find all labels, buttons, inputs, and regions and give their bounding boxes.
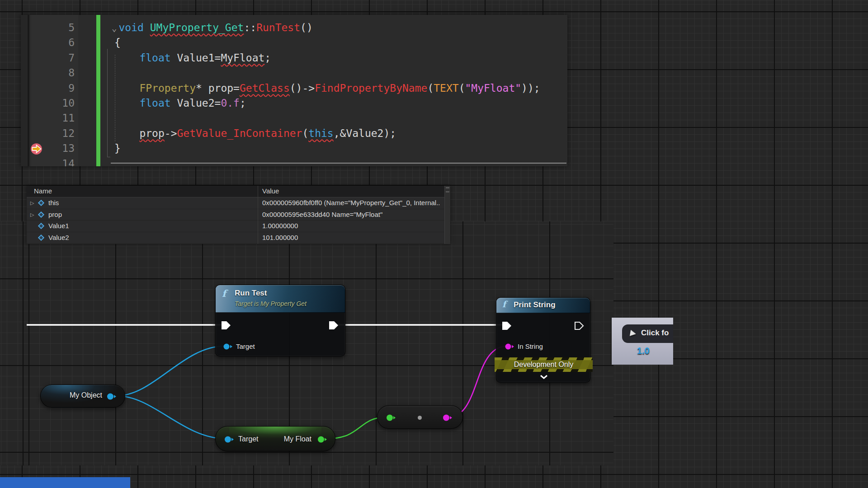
exec-out-pin[interactable] — [329, 321, 339, 330]
float-in-pin[interactable] — [386, 414, 396, 421]
click-for-button[interactable]: Click fo — [622, 324, 673, 343]
in-string-pin[interactable] — [505, 343, 515, 350]
object-out-pin[interactable] — [107, 393, 117, 400]
watch-row-Value1[interactable]: Value11.00000000 — [27, 221, 450, 232]
my-object-label: My Object — [70, 391, 102, 399]
code-line[interactable]: { — [21, 35, 567, 50]
bottom-blue-bar — [0, 477, 130, 488]
code-line[interactable]: float Value2=0.f; — [21, 96, 567, 111]
value-column-header[interactable]: Value — [262, 187, 279, 195]
node-print-string[interactable]: f Print String In String Development Onl… — [496, 297, 590, 383]
expand-chevron-icon[interactable] — [540, 375, 548, 379]
code-text[interactable]: ⌄void UMyProperty_Get::RunTest(){ float … — [21, 20, 567, 166]
node-run-test[interactable]: f Run Test Target is My Property Get Tar… — [215, 285, 345, 357]
watch-row-this[interactable]: ▷this0x000005960fbf0ff0 (Name="MyPropert… — [27, 197, 450, 209]
code-line[interactable]: float Value1=MyFloat; — [21, 51, 567, 66]
node-title: Print String — [514, 300, 556, 310]
string-out-pin[interactable] — [443, 414, 453, 421]
variable-icon — [38, 200, 44, 206]
variable-icon — [38, 234, 44, 240]
current-statement-arrow-icon[interactable] — [30, 143, 42, 155]
target-pin[interactable] — [223, 343, 233, 350]
exec-out-pin[interactable] — [574, 321, 585, 330]
horizontal-scrollbar[interactable] — [111, 163, 566, 164]
node-subtitle: Target is My Property Get — [235, 300, 307, 307]
exec-in-pin[interactable] — [502, 321, 512, 330]
fold-chevron-icon[interactable]: ⌄ — [112, 23, 117, 33]
watch-row-Value2[interactable]: Value2101.000000 — [27, 232, 450, 244]
click-for-label: Click fo — [641, 328, 669, 338]
variable-value: 1.00000000 — [262, 222, 298, 230]
code-line[interactable]: ⌄void UMyProperty_Get::RunTest() — [21, 20, 567, 35]
code-line[interactable] — [21, 66, 567, 80]
code-line[interactable]: } — [21, 141, 567, 156]
expand-arrow-icon[interactable]: ▷ — [30, 212, 34, 218]
variable-value: 0x00000595e633dd40 Name="MyFloat" — [262, 211, 382, 218]
exec-in-pin[interactable] — [221, 321, 231, 330]
code-editor[interactable]: 567891011121314 ⌄void UMyProperty_Get::R… — [21, 15, 567, 166]
in-string-pin-label: In String — [518, 343, 543, 350]
conversion-dot-icon — [418, 416, 422, 420]
code-line[interactable]: prop->GetValue_InContainer(this,&Value2)… — [21, 126, 567, 141]
target-pin-label: Target — [236, 343, 255, 350]
development-only-banner: Development Only — [495, 357, 593, 372]
node-my-object[interactable]: My Object — [40, 385, 125, 408]
variable-name: Value1 — [48, 222, 69, 230]
code-line[interactable] — [21, 156, 567, 166]
target-in-pin[interactable] — [224, 436, 234, 443]
name-column-header[interactable]: Name — [34, 187, 52, 195]
function-icon: f — [502, 299, 506, 309]
node-float-to-string[interactable] — [377, 405, 463, 429]
blueprint-canvas[interactable]: f Run Test Target is My Property Get Tar… — [0, 0, 868, 488]
debug-value-tooltip: Click fo 1.0 — [612, 318, 673, 365]
watch-header: Name Value — [27, 186, 450, 197]
variable-name: this — [48, 199, 59, 206]
variable-value: 0x000005960fbf0ff0 (Name="MyProperty_Get… — [262, 199, 440, 206]
variable-icon — [38, 211, 44, 217]
watch-scrollbar[interactable] — [444, 186, 450, 244]
development-only-label: Development Only — [514, 361, 574, 369]
node-print-string-header[interactable]: f Print String — [496, 298, 590, 313]
node-title: Run Test — [235, 289, 267, 298]
expand-arrow-icon[interactable]: ▷ — [30, 200, 34, 206]
variable-name: prop — [48, 211, 62, 218]
debug-value: 1.0 — [624, 346, 662, 356]
float-out-pin[interactable] — [317, 436, 327, 443]
node-run-test-header[interactable]: f Run Test Target is My Property Get — [216, 285, 345, 313]
watch-row-prop[interactable]: ▷prop0x00000595e633dd40 Name="MyFloat" — [27, 209, 450, 221]
node-get-my-float[interactable]: Target My Float — [215, 426, 335, 451]
watch-window[interactable]: Name Value ▷this0x000005960fbf0ff0 (Name… — [27, 186, 450, 244]
code-line[interactable] — [21, 111, 567, 126]
variable-icon — [38, 223, 44, 229]
column-divider[interactable] — [258, 186, 258, 244]
variable-name: Value2 — [48, 234, 69, 241]
cursor-arrow-icon — [630, 330, 637, 337]
variable-value: 101.000000 — [262, 234, 298, 241]
code-line[interactable]: FProperty* prop=GetClass()->FindProperty… — [21, 81, 567, 96]
my-float-label: My Float — [284, 435, 311, 443]
getter-target-label: Target — [238, 435, 258, 443]
function-icon: f — [222, 288, 226, 299]
